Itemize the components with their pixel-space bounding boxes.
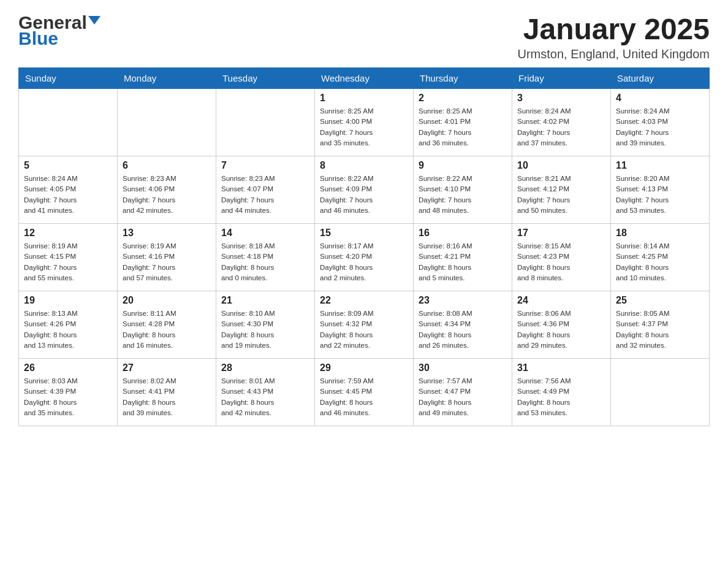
day-number: 18 <box>616 228 704 239</box>
calendar-week-2: 5Sunrise: 8:24 AM Sunset: 4:05 PM Daylig… <box>19 156 710 224</box>
calendar-cell: 5Sunrise: 8:24 AM Sunset: 4:05 PM Daylig… <box>19 156 118 224</box>
day-number: 8 <box>320 160 408 171</box>
calendar-cell: 3Sunrise: 8:24 AM Sunset: 4:02 PM Daylig… <box>512 89 611 156</box>
day-info: Sunrise: 8:23 AM Sunset: 4:06 PM Dayligh… <box>123 174 211 216</box>
weekday-header-thursday: Thursday <box>414 68 512 89</box>
calendar-cell <box>19 89 118 156</box>
day-info: Sunrise: 8:25 AM Sunset: 4:00 PM Dayligh… <box>320 106 408 148</box>
calendar-cell: 30Sunrise: 7:57 AM Sunset: 4:47 PM Dayli… <box>414 359 512 426</box>
calendar-cell: 16Sunrise: 8:16 AM Sunset: 4:21 PM Dayli… <box>414 224 512 291</box>
day-info: Sunrise: 8:01 AM Sunset: 4:43 PM Dayligh… <box>221 376 309 418</box>
weekday-header-monday: Monday <box>118 68 216 89</box>
calendar-cell: 10Sunrise: 8:21 AM Sunset: 4:12 PM Dayli… <box>512 156 611 224</box>
calendar-cell: 14Sunrise: 8:18 AM Sunset: 4:18 PM Dayli… <box>216 224 315 291</box>
calendar-week-4: 19Sunrise: 8:13 AM Sunset: 4:26 PM Dayli… <box>19 291 710 359</box>
day-number: 21 <box>221 295 309 306</box>
weekday-header-row: SundayMondayTuesdayWednesdayThursdayFrid… <box>19 68 710 89</box>
calendar-week-1: 1Sunrise: 8:25 AM Sunset: 4:00 PM Daylig… <box>19 89 710 156</box>
weekday-header-wednesday: Wednesday <box>315 68 414 89</box>
day-info: Sunrise: 8:10 AM Sunset: 4:30 PM Dayligh… <box>221 308 309 351</box>
calendar-cell: 1Sunrise: 8:25 AM Sunset: 4:00 PM Daylig… <box>315 89 414 156</box>
day-number: 6 <box>123 160 211 171</box>
day-number: 2 <box>419 93 507 104</box>
calendar-cell: 19Sunrise: 8:13 AM Sunset: 4:26 PM Dayli… <box>19 291 118 359</box>
calendar-cell: 13Sunrise: 8:19 AM Sunset: 4:16 PM Dayli… <box>118 224 216 291</box>
day-number: 26 <box>24 362 112 373</box>
calendar-cell: 23Sunrise: 8:08 AM Sunset: 4:34 PM Dayli… <box>414 291 512 359</box>
calendar-cell: 2Sunrise: 8:25 AM Sunset: 4:01 PM Daylig… <box>414 89 512 156</box>
day-info: Sunrise: 8:02 AM Sunset: 4:41 PM Dayligh… <box>123 376 211 418</box>
weekday-header-saturday: Saturday <box>611 68 710 89</box>
calendar-cell: 29Sunrise: 7:59 AM Sunset: 4:45 PM Dayli… <box>315 359 414 426</box>
calendar-cell <box>216 89 315 156</box>
calendar-cell: 9Sunrise: 8:22 AM Sunset: 4:10 PM Daylig… <box>414 156 512 224</box>
day-number: 31 <box>517 362 605 373</box>
day-info: Sunrise: 7:59 AM Sunset: 4:45 PM Dayligh… <box>320 376 408 418</box>
title-area: January 2025 Urmston, England, United Ki… <box>518 12 710 61</box>
day-info: Sunrise: 8:11 AM Sunset: 4:28 PM Dayligh… <box>123 308 211 351</box>
calendar-cell: 11Sunrise: 8:20 AM Sunset: 4:13 PM Dayli… <box>611 156 710 224</box>
page-header: General Blue January 2025 Urmston, Engla… <box>18 12 710 61</box>
calendar-cell <box>611 359 710 426</box>
day-info: Sunrise: 8:24 AM Sunset: 4:03 PM Dayligh… <box>616 106 704 148</box>
day-info: Sunrise: 8:05 AM Sunset: 4:37 PM Dayligh… <box>616 308 704 351</box>
calendar-cell: 26Sunrise: 8:03 AM Sunset: 4:39 PM Dayli… <box>19 359 118 426</box>
calendar-table: SundayMondayTuesdayWednesdayThursdayFrid… <box>18 67 710 426</box>
day-info: Sunrise: 8:14 AM Sunset: 4:25 PM Dayligh… <box>616 241 704 283</box>
weekday-header-sunday: Sunday <box>19 68 118 89</box>
calendar-cell: 18Sunrise: 8:14 AM Sunset: 4:25 PM Dayli… <box>611 224 710 291</box>
day-number: 19 <box>24 295 112 306</box>
day-info: Sunrise: 8:17 AM Sunset: 4:20 PM Dayligh… <box>320 241 408 283</box>
day-info: Sunrise: 8:09 AM Sunset: 4:32 PM Dayligh… <box>320 308 408 351</box>
day-info: Sunrise: 8:22 AM Sunset: 4:09 PM Dayligh… <box>320 174 408 216</box>
calendar-cell: 20Sunrise: 8:11 AM Sunset: 4:28 PM Dayli… <box>118 291 216 359</box>
day-info: Sunrise: 8:20 AM Sunset: 4:13 PM Dayligh… <box>616 174 704 216</box>
logo-blue: Blue <box>18 28 58 49</box>
day-info: Sunrise: 8:19 AM Sunset: 4:16 PM Dayligh… <box>123 241 211 283</box>
day-number: 5 <box>24 160 112 171</box>
day-info: Sunrise: 8:21 AM Sunset: 4:12 PM Dayligh… <box>517 174 605 216</box>
calendar-cell: 31Sunrise: 7:56 AM Sunset: 4:49 PM Dayli… <box>512 359 611 426</box>
calendar-week-3: 12Sunrise: 8:19 AM Sunset: 4:15 PM Dayli… <box>19 224 710 291</box>
day-number: 13 <box>123 228 211 239</box>
day-info: Sunrise: 7:56 AM Sunset: 4:49 PM Dayligh… <box>517 376 605 418</box>
location: Urmston, England, United Kingdom <box>518 47 710 61</box>
calendar-cell: 6Sunrise: 8:23 AM Sunset: 4:06 PM Daylig… <box>118 156 216 224</box>
day-number: 17 <box>517 228 605 239</box>
month-title: January 2025 <box>518 12 710 46</box>
day-number: 10 <box>517 160 605 171</box>
calendar-cell: 15Sunrise: 8:17 AM Sunset: 4:20 PM Dayli… <box>315 224 414 291</box>
day-number: 7 <box>221 160 309 171</box>
day-number: 9 <box>419 160 507 171</box>
day-number: 1 <box>320 93 408 104</box>
calendar-cell: 28Sunrise: 8:01 AM Sunset: 4:43 PM Dayli… <box>216 359 315 426</box>
day-number: 12 <box>24 228 112 239</box>
day-info: Sunrise: 8:24 AM Sunset: 4:05 PM Dayligh… <box>24 174 112 216</box>
day-number: 16 <box>419 228 507 239</box>
day-number: 14 <box>221 228 309 239</box>
day-info: Sunrise: 8:22 AM Sunset: 4:10 PM Dayligh… <box>419 174 507 216</box>
day-info: Sunrise: 8:13 AM Sunset: 4:26 PM Dayligh… <box>24 308 112 351</box>
calendar-cell: 8Sunrise: 8:22 AM Sunset: 4:09 PM Daylig… <box>315 156 414 224</box>
day-number: 28 <box>221 362 309 373</box>
calendar-week-5: 26Sunrise: 8:03 AM Sunset: 4:39 PM Dayli… <box>19 359 710 426</box>
day-number: 20 <box>123 295 211 306</box>
day-info: Sunrise: 8:16 AM Sunset: 4:21 PM Dayligh… <box>419 241 507 283</box>
weekday-header-tuesday: Tuesday <box>216 68 315 89</box>
day-info: Sunrise: 8:25 AM Sunset: 4:01 PM Dayligh… <box>419 106 507 148</box>
day-info: Sunrise: 8:24 AM Sunset: 4:02 PM Dayligh… <box>517 106 605 148</box>
calendar-cell: 24Sunrise: 8:06 AM Sunset: 4:36 PM Dayli… <box>512 291 611 359</box>
calendar-cell: 12Sunrise: 8:19 AM Sunset: 4:15 PM Dayli… <box>19 224 118 291</box>
day-info: Sunrise: 8:03 AM Sunset: 4:39 PM Dayligh… <box>24 376 112 418</box>
calendar-cell: 17Sunrise: 8:15 AM Sunset: 4:23 PM Dayli… <box>512 224 611 291</box>
logo: General Blue <box>18 12 100 49</box>
day-info: Sunrise: 7:57 AM Sunset: 4:47 PM Dayligh… <box>419 376 507 418</box>
calendar-cell: 27Sunrise: 8:02 AM Sunset: 4:41 PM Dayli… <box>118 359 216 426</box>
day-number: 30 <box>419 362 507 373</box>
weekday-header-friday: Friday <box>512 68 611 89</box>
day-number: 15 <box>320 228 408 239</box>
day-number: 29 <box>320 362 408 373</box>
day-number: 3 <box>517 93 605 104</box>
day-number: 11 <box>616 160 704 171</box>
day-number: 25 <box>616 295 704 306</box>
